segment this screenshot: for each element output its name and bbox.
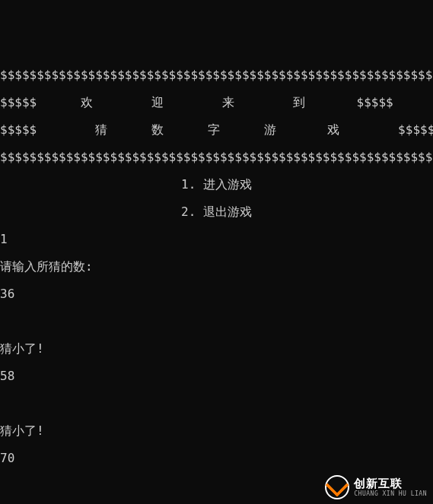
input-prompt: 请输入所猜的数: <box>0 260 433 274</box>
watermark-cn: 创新互联 <box>354 478 427 490</box>
user-choice: 1 <box>0 233 433 246</box>
menu-enter-game: 1. 进入游戏 <box>0 178 433 192</box>
banner-title: $$$$$ 猜 数 字 游 戏 $$$$$ <box>0 123 433 137</box>
banner-welcome: $$$$$ 欢 迎 来 到 $$$$$ <box>0 96 433 109</box>
watermark-logo-icon <box>325 475 349 499</box>
blank-line <box>0 397 433 410</box>
guess-result: 猜小了! <box>0 342 433 356</box>
watermark: 创新互联 CHUANG XIN HU LIAN <box>325 475 427 499</box>
blank-line <box>0 315 433 328</box>
guess-input: 36 <box>0 287 433 301</box>
terminal-output: $$$$$$$$$$$$$$$$$$$$$$$$$$$$$$$$$$$$$$$$… <box>0 55 433 504</box>
banner-border-bottom: $$$$$$$$$$$$$$$$$$$$$$$$$$$$$$$$$$$$$$$$… <box>0 151 433 164</box>
banner-border-top: $$$$$$$$$$$$$$$$$$$$$$$$$$$$$$$$$$$$$$$$… <box>0 68 433 82</box>
guess-result: 猜小了! <box>0 424 433 438</box>
guess-input: 70 <box>0 452 433 465</box>
watermark-en: CHUANG XIN HU LIAN <box>354 491 427 497</box>
guess-input: 58 <box>0 369 433 383</box>
menu-exit-game: 2. 退出游戏 <box>0 205 433 219</box>
